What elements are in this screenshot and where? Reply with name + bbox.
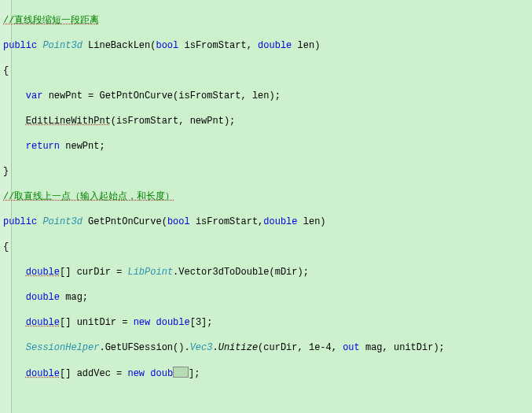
code-line[interactable]: }: [3, 165, 532, 178]
code-line[interactable]: [3, 393, 532, 405]
code-editor[interactable]: //直线段缩短一段距离 public Point3d LineBackLen(b…: [0, 0, 532, 413]
code-line[interactable]: double[] addVec = new doub];: [3, 367, 532, 380]
code-line[interactable]: public Point3d LineBackLen(bool isFromSt…: [3, 39, 532, 52]
comment-text: //直线段缩短一段距离: [3, 15, 99, 26]
code-line[interactable]: EditLineWithPnt(isFromStart, newPnt);: [3, 115, 532, 127]
code-line[interactable]: double[] curDir = LibPoint.Vector3dToDou…: [3, 266, 532, 278]
code-line[interactable]: //直线段缩短一段距离: [3, 14, 532, 27]
code-line[interactable]: {: [3, 65, 532, 77]
code-line[interactable]: {: [3, 241, 532, 253]
code-line[interactable]: public Point3d GetPntOnCurve(bool isFrom…: [3, 216, 532, 228]
code-line[interactable]: var newPnt = GetPntOnCurve(isFromStart, …: [3, 90, 532, 102]
code-line[interactable]: //取直线上一点（输入起始点，和长度）: [3, 190, 532, 203]
comment-text: //取直线上一点（输入起始点，和长度）: [3, 191, 174, 202]
inline-image-icon: [173, 367, 189, 378]
code-line[interactable]: double mag;: [3, 291, 532, 304]
code-line[interactable]: SessionHelper.GetUFSession().Vec3.Unitiz…: [3, 341, 532, 354]
code-line[interactable]: double[] unitDir = new double[3];: [3, 316, 532, 329]
code-line[interactable]: return newPnt;: [3, 140, 532, 153]
